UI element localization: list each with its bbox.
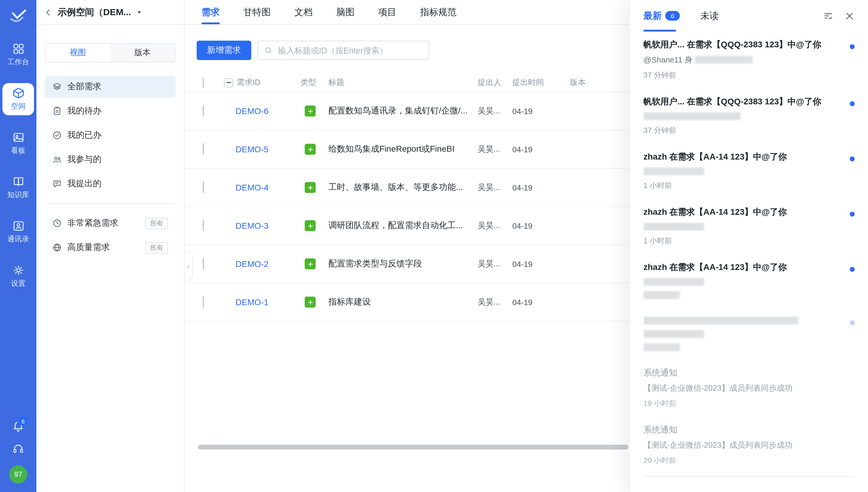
sidebar-item-proposed[interactable]: 我提出的 xyxy=(45,173,175,195)
select-all-checkbox[interactable] xyxy=(203,77,204,88)
contacts-icon xyxy=(12,220,25,232)
tab-projects[interactable]: 项目 xyxy=(378,0,396,24)
plus-green-icon xyxy=(305,144,316,155)
tab-gantt[interactable]: 甘特图 xyxy=(243,0,271,24)
notification-item[interactable]: zhazh 在需求【AA-14 123】中@了你 1 小时前 xyxy=(644,199,854,254)
unread-dot xyxy=(850,156,854,162)
table-row[interactable]: DEMO-2 配置需求类型与反馈字段 吴昊... 04-19 xyxy=(185,245,629,283)
plus-green-icon xyxy=(305,105,316,117)
rail-item-space[interactable]: 空间 xyxy=(2,83,34,115)
rail-bottom: 6 97 xyxy=(9,420,27,492)
main-content: 需求 甘特图 文档 脑图 项目 指标规范 新增需求 需求ID 类型 标题 xyxy=(185,0,629,492)
row-checkbox[interactable] xyxy=(203,296,204,308)
user-avatar[interactable]: 97 xyxy=(9,465,27,484)
tab-unread[interactable]: 未读 xyxy=(700,10,719,22)
indeterminate-checkbox[interactable] xyxy=(224,78,233,87)
unread-dot xyxy=(850,320,854,325)
proposer: 吴昊... xyxy=(478,297,512,308)
tab-metric-spec[interactable]: 指标规范 xyxy=(420,0,456,24)
requirement-id-link[interactable]: DEMO-2 xyxy=(224,259,300,269)
tab-versions[interactable]: 版本 xyxy=(110,44,175,62)
sidebar-item-participated[interactable]: 我参与的 xyxy=(45,149,175,170)
notification-title: zhazh 在需求【AA-14 123】中@了你 xyxy=(644,152,844,163)
module-tabbar: 需求 甘特图 文档 脑图 项目 指标规范 xyxy=(185,0,629,25)
notification-item-system[interactable]: 系统通知 【测试-企业微信-2023】成员列表同步成功 20 小时前 xyxy=(644,417,854,474)
row-checkbox[interactable] xyxy=(203,220,204,231)
sidebar-item-all-requirements[interactable]: 全部需求 xyxy=(45,76,175,98)
search-input[interactable] xyxy=(277,45,423,55)
sidebar-item-my-todo[interactable]: 我的待办 xyxy=(45,100,175,122)
sidebar-item-quality-requirements[interactable]: 高质量需求 所有 xyxy=(45,237,175,259)
panel-header-icons xyxy=(823,10,854,21)
tab-requirements[interactable]: 需求 xyxy=(201,0,220,24)
support-button[interactable] xyxy=(12,443,24,455)
requirement-title: 配置数知鸟通讯录，集成钉钉/企微/... xyxy=(329,105,478,117)
column-header-version: 版本 xyxy=(570,77,629,88)
column-header-id: 需求ID xyxy=(237,77,260,88)
bell-badge: 6 xyxy=(17,417,29,425)
requirement-title: 给数知鸟集成FineReport或FineBI xyxy=(329,144,478,155)
comment-icon xyxy=(52,179,62,189)
tab-latest[interactable]: 最新 6 xyxy=(644,10,680,22)
row-checkbox[interactable] xyxy=(203,143,204,155)
mark-read-filter-icon[interactable] xyxy=(823,10,834,21)
table-row[interactable]: DEMO-6 配置数知鸟通讯录，集成钉钉/企微/... 吴昊... 04-19 xyxy=(185,92,629,130)
notification-item-system[interactable]: 系统通知 【测试-企业微信-2023】成员列表同步成功 19 小时前 xyxy=(644,360,854,417)
rail-item-kanban[interactable]: 看板 xyxy=(2,127,34,159)
notification-time: 20 小时前 xyxy=(644,456,844,466)
close-icon[interactable] xyxy=(844,10,854,21)
notification-body: 【测试-企业微信-2023】成员列表同步成功 xyxy=(644,440,844,451)
sidebar-collapse-handle[interactable] xyxy=(185,252,193,281)
sidebar-item-my-done[interactable]: 我的已办 xyxy=(45,124,175,146)
requirement-id-link[interactable]: DEMO-6 xyxy=(224,106,300,116)
requirement-id-link[interactable]: DEMO-1 xyxy=(224,297,300,307)
table-row[interactable]: DEMO-1 指标库建设 吴昊... 04-19 xyxy=(185,283,629,322)
sidebar-item-label: 高质量需求 xyxy=(67,242,110,253)
sidebar-item-urgent-requirements[interactable]: 非常紧急需求 所有 xyxy=(45,212,175,234)
tab-documents[interactable]: 文档 xyxy=(294,0,313,24)
notification-item[interactable]: zhazh 在需求【AA-14 123】中@了你 xyxy=(644,254,854,308)
table-row[interactable]: DEMO-5 给数知鸟集成FineReport或FineBI 吴昊... 04-… xyxy=(185,130,629,169)
table-row[interactable]: DEMO-4 工时、故事墙、版本、等更多功能... 吴昊... 04-19 xyxy=(185,169,629,207)
row-checkbox[interactable] xyxy=(203,105,204,117)
row-checkbox[interactable] xyxy=(203,258,204,269)
requirement-id-link[interactable]: DEMO-5 xyxy=(224,144,300,154)
notification-title: 帆软用户... 在需求【QQQ-2383 123】中@了你 xyxy=(644,40,844,50)
app-logo[interactable] xyxy=(0,0,37,33)
notification-title xyxy=(644,316,844,325)
requirement-title: 调研团队流程，配置需求自动化工... xyxy=(329,220,478,231)
table-row[interactable]: DEMO-3 调研团队流程，配置需求自动化工... 吴昊... 04-19 xyxy=(185,207,629,245)
requirement-id-link[interactable]: DEMO-4 xyxy=(224,182,300,192)
rail-item-contacts[interactable]: 通讯录 xyxy=(2,216,34,248)
unread-dot xyxy=(850,212,854,217)
rail-item-workbench[interactable]: 工作台 xyxy=(2,39,34,71)
search-box[interactable] xyxy=(257,41,429,60)
redacted-text xyxy=(644,278,704,286)
notification-body xyxy=(644,222,844,231)
horizontal-scrollbar[interactable] xyxy=(198,445,628,449)
tab-mindmap[interactable]: 脑图 xyxy=(336,0,355,24)
space-switcher-button[interactable] xyxy=(136,9,143,16)
row-checkbox[interactable] xyxy=(203,181,204,193)
notifications-bell-button[interactable]: 6 xyxy=(12,420,24,433)
notification-item[interactable] xyxy=(644,308,854,360)
notification-item[interactable]: 帆软用户... 在需求【QQQ-2383 123】中@了你 37 分钟前 xyxy=(644,89,854,144)
plus-green-icon xyxy=(305,297,316,308)
new-requirement-button[interactable]: 新增需求 xyxy=(197,41,251,60)
notification-time: 37 分钟前 xyxy=(644,126,844,136)
plus-green-icon xyxy=(305,182,316,193)
sidebar-item-label: 我提出的 xyxy=(67,178,101,189)
notification-item[interactable]: zhazh 在需求【AA-14 123】中@了你 1 小时前 xyxy=(644,144,854,199)
clock-icon xyxy=(52,218,62,228)
rail-item-knowledge[interactable]: 知识库 xyxy=(2,172,34,204)
requirement-id-link[interactable]: DEMO-3 xyxy=(224,221,300,230)
proposed-date: 04-19 xyxy=(512,221,570,230)
sidebar-item-label: 非常紧急需求 xyxy=(67,218,118,229)
back-button[interactable] xyxy=(44,7,53,17)
toolbar: 新增需求 xyxy=(185,41,629,60)
notification-time xyxy=(644,291,844,300)
space-title[interactable]: 示例空间（DEM... xyxy=(58,6,131,18)
notification-item[interactable]: 帆软用户... 在需求【QQQ-2383 123】中@了你 @Shane11 身… xyxy=(644,31,854,89)
rail-item-settings[interactable]: 设置 xyxy=(2,260,34,292)
tab-views[interactable]: 视图 xyxy=(46,44,110,62)
